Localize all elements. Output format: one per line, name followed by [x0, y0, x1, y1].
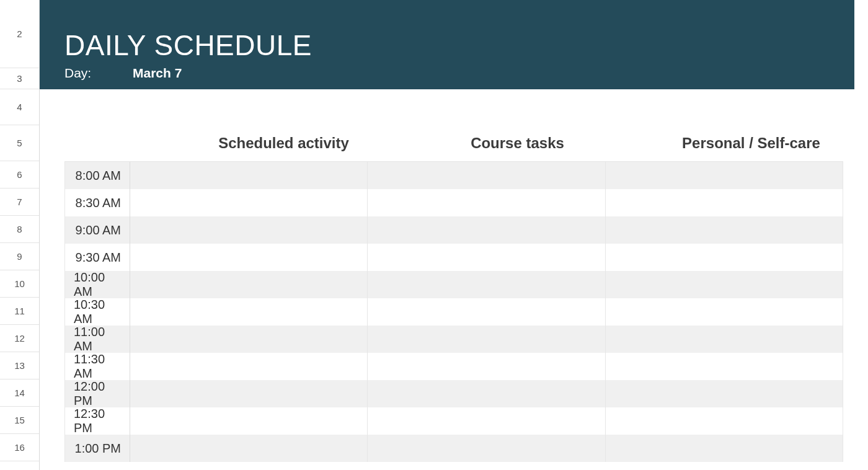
- course-cell[interactable]: [368, 435, 605, 462]
- time-cell[interactable]: 9:00 AM: [65, 216, 130, 244]
- row-header[interactable]: 15: [0, 407, 39, 434]
- row-header[interactable]: 4: [0, 89, 39, 125]
- course-cell[interactable]: [368, 244, 605, 271]
- title-banner: DAILY SCHEDULE Day: March 7: [40, 0, 868, 89]
- time-cell[interactable]: 1:00 PM: [65, 435, 130, 462]
- day-value[interactable]: March 7: [133, 66, 182, 81]
- activity-cell[interactable]: [130, 162, 368, 189]
- row-header[interactable]: 12: [0, 325, 39, 352]
- row-header[interactable]: 16: [0, 434, 39, 461]
- personal-cell[interactable]: [606, 271, 843, 298]
- personal-cell[interactable]: [606, 353, 843, 380]
- course-cell[interactable]: [368, 298, 605, 326]
- time-cell[interactable]: 9:30 AM: [65, 244, 130, 271]
- activity-cell[interactable]: [130, 380, 368, 407]
- row-header[interactable]: 6: [0, 161, 39, 188]
- right-edge: [854, 0, 868, 470]
- col-header-activity: Scheduled activity: [167, 135, 401, 152]
- activity-cell[interactable]: [130, 298, 368, 326]
- row-header[interactable]: 7: [0, 188, 39, 216]
- activity-cell[interactable]: [130, 216, 368, 244]
- activity-cell[interactable]: [130, 189, 368, 216]
- time-cell[interactable]: 10:30 AM: [65, 298, 130, 326]
- activity-cell[interactable]: [130, 244, 368, 271]
- row-header[interactable]: 8: [0, 216, 39, 243]
- time-cell[interactable]: 12:00 PM: [65, 380, 130, 407]
- schedule-table-wrap: 8:00 AM 8:30 AM 9:00 AM: [40, 161, 868, 462]
- table-row: 10:30 AM: [65, 298, 843, 326]
- table-row: 11:30 AM: [65, 353, 843, 380]
- time-cell[interactable]: 12:30 PM: [65, 407, 130, 435]
- sheet-content: DAILY SCHEDULE Day: March 7 Scheduled ac…: [40, 0, 868, 470]
- row-header[interactable]: 3: [0, 68, 39, 89]
- row-header[interactable]: 5: [0, 125, 39, 161]
- personal-cell[interactable]: [606, 298, 843, 326]
- time-cell[interactable]: 11:30 AM: [65, 353, 130, 380]
- course-cell[interactable]: [368, 189, 605, 216]
- table-row: 9:30 AM: [65, 244, 843, 271]
- activity-cell[interactable]: [130, 271, 368, 298]
- time-cell[interactable]: 8:30 AM: [65, 189, 130, 216]
- row-header[interactable]: 9: [0, 243, 39, 270]
- time-cell[interactable]: 8:00 AM: [65, 162, 130, 189]
- table-row: 12:30 PM: [65, 407, 843, 435]
- table-row: 9:00 AM: [65, 216, 843, 244]
- course-cell[interactable]: [368, 407, 605, 435]
- personal-cell[interactable]: [606, 380, 843, 407]
- personal-cell[interactable]: [606, 435, 843, 462]
- spreadsheet-app: 2 3 4 5 6 7 8 9 10 11 12 13 14 15 16 DAI…: [0, 0, 868, 470]
- personal-cell[interactable]: [606, 244, 843, 271]
- col-header-personal: Personal / Self-care: [634, 135, 868, 152]
- row-header[interactable]: 13: [0, 352, 39, 379]
- personal-cell[interactable]: [606, 407, 843, 435]
- day-label: Day:: [64, 66, 133, 81]
- row-header[interactable]: 10: [0, 270, 39, 298]
- table-row: 10:00 AM: [65, 271, 843, 298]
- row-header[interactable]: 2: [0, 0, 39, 68]
- row-header-gutter: 2 3 4 5 6 7 8 9 10 11 12 13 14 15 16: [0, 0, 40, 470]
- course-cell[interactable]: [368, 271, 605, 298]
- personal-cell[interactable]: [606, 189, 843, 216]
- activity-cell[interactable]: [130, 353, 368, 380]
- col-header-course: Course tasks: [401, 135, 634, 152]
- course-cell[interactable]: [368, 380, 605, 407]
- course-cell[interactable]: [368, 326, 605, 353]
- time-cell[interactable]: 11:00 AM: [65, 326, 130, 353]
- spacer-row: [40, 89, 868, 125]
- schedule-table: 8:00 AM 8:30 AM 9:00 AM: [64, 161, 843, 462]
- time-cell[interactable]: 10:00 AM: [65, 271, 130, 298]
- personal-cell[interactable]: [606, 162, 843, 189]
- course-cell[interactable]: [368, 216, 605, 244]
- day-row: Day: March 7: [64, 66, 841, 84]
- page-title: DAILY SCHEDULE: [64, 29, 841, 62]
- personal-cell[interactable]: [606, 326, 843, 353]
- row-header[interactable]: 11: [0, 298, 39, 325]
- table-row: 8:00 AM: [65, 162, 843, 189]
- table-row: 11:00 AM: [65, 326, 843, 353]
- row-header[interactable]: 14: [0, 379, 39, 407]
- column-headers: Scheduled activity Course tasks Personal…: [40, 125, 868, 161]
- table-row: 12:00 PM: [65, 380, 843, 407]
- course-cell[interactable]: [368, 162, 605, 189]
- course-cell[interactable]: [368, 353, 605, 380]
- table-row: 1:00 PM: [65, 435, 843, 462]
- personal-cell[interactable]: [606, 216, 843, 244]
- activity-cell[interactable]: [130, 407, 368, 435]
- table-row: 8:30 AM: [65, 189, 843, 216]
- activity-cell[interactable]: [130, 435, 368, 462]
- activity-cell[interactable]: [130, 326, 368, 353]
